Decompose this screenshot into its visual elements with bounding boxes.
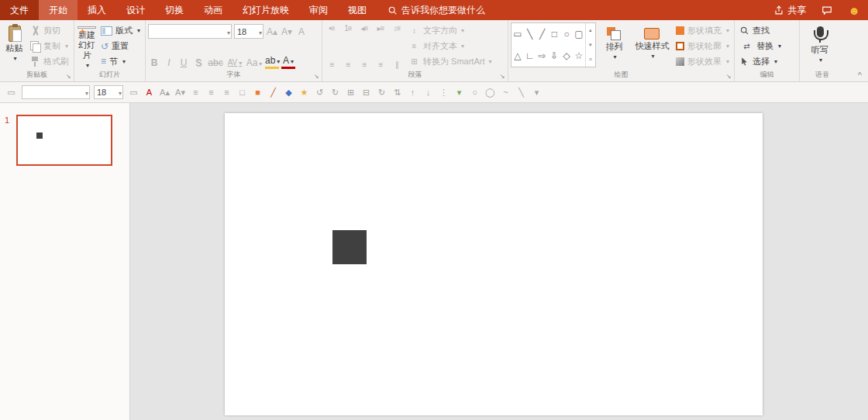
diamond-shape[interactable]: ◇ <box>560 45 573 67</box>
gallery-more-icon[interactable]: ≡ <box>586 52 595 67</box>
align-center-icon[interactable]: ≡ <box>205 88 218 97</box>
text-shadow-button[interactable]: S <box>192 57 205 68</box>
align-right-icon[interactable]: ≡ <box>220 88 233 97</box>
text-box-shape[interactable]: ▭ <box>512 23 524 45</box>
qat-font-name-input[interactable] <box>25 88 84 97</box>
font-name-input[interactable] <box>151 27 226 36</box>
distribute-icon[interactable]: ⋮ <box>437 88 450 98</box>
rectangle-shape[interactable]: □ <box>548 23 560 45</box>
star-shape[interactable]: ☆ <box>573 45 585 67</box>
triangle-shape[interactable]: △ <box>512 45 524 67</box>
line-spacing-icon[interactable]: ↕≡ <box>390 24 404 33</box>
tab-transitions[interactable]: 切换 <box>155 0 194 20</box>
gallery-up-icon[interactable]: ▴ <box>586 23 595 38</box>
format-painter-button[interactable]: 格式刷 <box>28 53 71 69</box>
flip-icon[interactable]: ⇅ <box>391 88 404 98</box>
character-spacing-button[interactable]: AV <box>226 58 243 67</box>
comments-button[interactable] <box>814 0 840 20</box>
quick-styles-button[interactable]: 快速样式 <box>632 22 672 70</box>
line-shape[interactable]: ╲ <box>524 23 536 45</box>
new-slide-button[interactable]: 新建幻灯片 <box>77 22 97 70</box>
numbering-icon[interactable]: 1≡ <box>341 24 355 33</box>
undo-icon[interactable]: ↺ <box>313 88 326 98</box>
group-icon[interactable]: ⊟ <box>360 88 373 98</box>
paste-button[interactable]: 粘贴 <box>2 22 26 70</box>
curve-icon[interactable]: ~ <box>499 88 512 97</box>
dictate-button[interactable]: 听写 <box>802 22 838 70</box>
bring-forward-icon[interactable]: ↑ <box>406 88 419 97</box>
right-angle-shape[interactable]: ∟ <box>524 45 536 67</box>
font-size-input[interactable] <box>237 27 257 36</box>
align-text-button[interactable]: ≡ 对齐文本 <box>405 39 493 54</box>
eyedropper-icon[interactable]: ▾ <box>453 88 466 98</box>
drawing-dialog-launcher[interactable] <box>725 73 732 81</box>
editing-canvas[interactable] <box>130 103 868 420</box>
feedback-button[interactable]: ☻ <box>840 0 868 20</box>
justify-icon[interactable]: ≡ <box>374 60 388 69</box>
clipboard-dialog-launcher[interactable] <box>64 73 72 81</box>
tab-slideshow[interactable]: 幻灯片放映 <box>232 0 299 20</box>
cut-button[interactable]: 剪切 <box>28 23 71 39</box>
tab-file[interactable]: 文件 <box>0 0 39 20</box>
shape-fill-icon[interactable]: ■ <box>251 88 264 97</box>
grow-font-button[interactable]: A▴ <box>266 26 278 37</box>
strikethrough-button[interactable]: abc <box>207 57 224 68</box>
duplicate-icon[interactable]: ⊞ <box>344 88 357 98</box>
tab-design[interactable]: 设计 <box>116 0 155 20</box>
select-button[interactable]: 选择 <box>737 53 784 69</box>
tab-home[interactable]: 开始 <box>39 0 78 20</box>
freeform-icon[interactable]: ╲ <box>515 88 528 98</box>
send-backward-icon[interactable]: ↓ <box>422 88 435 97</box>
redo-icon[interactable]: ↻ <box>329 88 342 98</box>
qat-font-size-input[interactable] <box>97 88 117 97</box>
gallery-down-icon[interactable]: ▾ <box>586 38 595 53</box>
slide-layout-icon[interactable]: ▭ <box>5 88 18 98</box>
align-right-icon[interactable]: ≡ <box>357 60 371 69</box>
qat-font-name-dropdown-icon[interactable] <box>84 88 88 97</box>
rectangle-shape[interactable] <box>332 230 367 264</box>
arrow-down-shape[interactable]: ⇩ <box>548 45 560 67</box>
collapse-ribbon-button[interactable]: ^ <box>858 71 862 80</box>
align-left-icon[interactable]: ≡ <box>325 60 339 69</box>
shape-effects-button[interactable]: 形状效果 <box>673 53 732 69</box>
slide-editing-surface[interactable] <box>225 113 763 415</box>
bullets-icon[interactable]: •≡ <box>325 24 339 33</box>
reset-button[interactable]: ↺ 重置 <box>98 39 143 54</box>
tab-review[interactable]: 审阅 <box>299 0 338 20</box>
bold-button[interactable]: B <box>148 57 160 68</box>
more-commands-icon[interactable]: ▾ <box>530 88 543 98</box>
find-button[interactable]: 查找 <box>737 23 784 39</box>
qat-font-name-combo[interactable] <box>22 85 90 99</box>
arrow-line-shape[interactable]: ╱ <box>536 23 549 45</box>
align-center-icon[interactable]: ≡ <box>341 60 355 69</box>
oval-shape[interactable]: ○ <box>560 23 573 45</box>
italic-button[interactable]: I <box>163 57 175 68</box>
columns-icon[interactable]: ∥ <box>390 60 404 69</box>
tab-insert[interactable]: 插入 <box>78 0 116 20</box>
shapes-icon[interactable]: □ <box>236 88 249 97</box>
star-animation-icon[interactable]: ★ <box>298 88 311 98</box>
clear-formatting-button[interactable]: A <box>295 26 308 37</box>
align-left-icon[interactable]: ≡ <box>189 88 202 97</box>
slide-thumbnails-panel[interactable]: 1 <box>0 103 130 420</box>
rounded-rectangle-shape[interactable]: ▢ <box>573 23 585 45</box>
slide-1-thumbnail[interactable] <box>16 115 112 166</box>
paragraph-dialog-launcher[interactable] <box>498 73 506 81</box>
layout-button[interactable]: 版式 <box>98 23 143 39</box>
shrink-font-icon[interactable]: A▾ <box>174 88 187 98</box>
grow-font-icon[interactable]: A▴ <box>158 88 171 98</box>
convert-smartart-button[interactable]: ⊞ 转换为 SmartArt <box>405 53 493 69</box>
indent-increase-icon[interactable]: ▸≡ <box>374 24 388 33</box>
tab-animations[interactable]: 动画 <box>194 0 232 20</box>
font-color-button[interactable]: A <box>281 56 295 69</box>
tell-me-search[interactable]: 告诉我你想要做什么 <box>388 0 485 20</box>
arrow-right-shape[interactable]: ⇨ <box>536 45 549 67</box>
shape-fill-button[interactable]: 形状填充 <box>673 23 732 39</box>
shrink-font-button[interactable]: A▾ <box>281 26 293 37</box>
font-color-icon[interactable]: A <box>143 88 156 97</box>
slide-layout-icon[interactable]: ▭ <box>127 88 140 98</box>
copy-button[interactable]: 复制 <box>28 39 71 54</box>
circle-icon[interactable]: ◯ <box>484 88 497 98</box>
font-size-combo[interactable] <box>234 24 264 39</box>
share-button[interactable]: 共享 <box>766 0 814 20</box>
